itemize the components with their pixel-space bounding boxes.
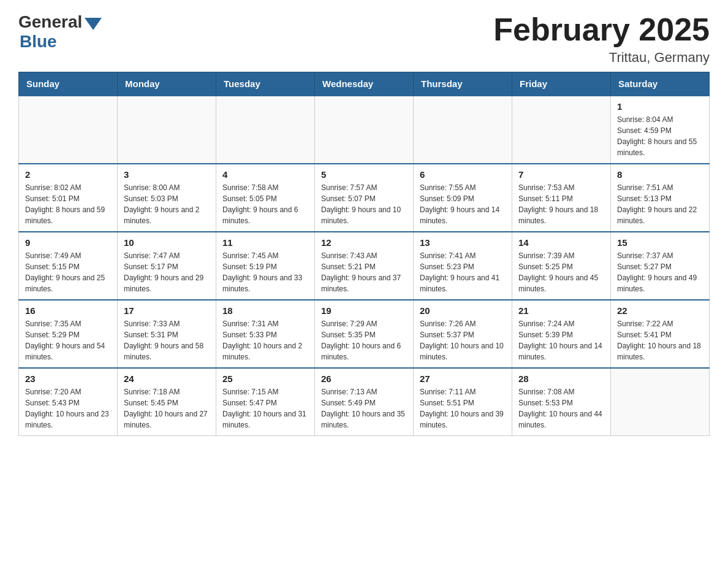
- day-info: Sunrise: 7:45 AM Sunset: 5:19 PM Dayligh…: [222, 250, 308, 294]
- day-number: 12: [321, 237, 407, 248]
- calendar-cell: 17Sunrise: 7:33 AM Sunset: 5:31 PM Dayli…: [118, 300, 216, 368]
- calendar-cell: 12Sunrise: 7:43 AM Sunset: 5:21 PM Dayli…: [315, 232, 414, 300]
- calendar-week-row-4: 16Sunrise: 7:35 AM Sunset: 5:29 PM Dayli…: [19, 300, 710, 368]
- day-number: 23: [25, 373, 111, 384]
- day-number: 1: [617, 101, 703, 112]
- day-info: Sunrise: 7:37 AM Sunset: 5:27 PM Dayligh…: [617, 250, 703, 294]
- day-info: Sunrise: 7:24 AM Sunset: 5:39 PM Dayligh…: [518, 318, 604, 362]
- day-number: 7: [518, 169, 604, 180]
- day-info: Sunrise: 7:51 AM Sunset: 5:13 PM Dayligh…: [617, 182, 703, 226]
- calendar-cell: 8Sunrise: 7:51 AM Sunset: 5:13 PM Daylig…: [611, 164, 710, 232]
- calendar-header-row: SundayMondayTuesdayWednesdayThursdayFrid…: [19, 72, 710, 96]
- calendar-cell: 4Sunrise: 7:58 AM Sunset: 5:05 PM Daylig…: [216, 164, 315, 232]
- day-info: Sunrise: 7:55 AM Sunset: 5:09 PM Dayligh…: [420, 182, 506, 226]
- calendar-week-row-2: 2Sunrise: 8:02 AM Sunset: 5:01 PM Daylig…: [19, 164, 710, 232]
- day-number: 9: [25, 237, 111, 248]
- calendar-header-wednesday: Wednesday: [315, 72, 414, 96]
- calendar-cell: 7Sunrise: 7:53 AM Sunset: 5:11 PM Daylig…: [512, 164, 611, 232]
- calendar-cell: 9Sunrise: 7:49 AM Sunset: 5:15 PM Daylig…: [19, 232, 118, 300]
- calendar-cell: 18Sunrise: 7:31 AM Sunset: 5:33 PM Dayli…: [216, 300, 315, 368]
- day-number: 20: [420, 305, 506, 316]
- calendar-cell: 3Sunrise: 8:00 AM Sunset: 5:03 PM Daylig…: [118, 164, 216, 232]
- day-number: 3: [124, 169, 210, 180]
- calendar-cell: 13Sunrise: 7:41 AM Sunset: 5:23 PM Dayli…: [414, 232, 512, 300]
- day-number: 16: [25, 305, 111, 316]
- calendar-cell: 22Sunrise: 7:22 AM Sunset: 5:41 PM Dayli…: [611, 300, 710, 368]
- page-header: General Blue February 2025 Trittau, Germ…: [18, 12, 710, 66]
- calendar-cell: [118, 96, 216, 164]
- day-info: Sunrise: 7:41 AM Sunset: 5:23 PM Dayligh…: [420, 250, 506, 294]
- calendar-header-sunday: Sunday: [19, 72, 118, 96]
- calendar-cell: 19Sunrise: 7:29 AM Sunset: 5:35 PM Dayli…: [315, 300, 414, 368]
- calendar-cell: 21Sunrise: 7:24 AM Sunset: 5:39 PM Dayli…: [512, 300, 611, 368]
- calendar-week-row-3: 9Sunrise: 7:49 AM Sunset: 5:15 PM Daylig…: [19, 232, 710, 300]
- day-number: 10: [124, 237, 210, 248]
- calendar-cell: [512, 96, 611, 164]
- logo-general-text: General: [18, 12, 82, 32]
- day-number: 22: [617, 305, 703, 316]
- day-number: 8: [617, 169, 703, 180]
- day-number: 28: [518, 373, 604, 384]
- calendar-cell: 5Sunrise: 7:57 AM Sunset: 5:07 PM Daylig…: [315, 164, 414, 232]
- calendar-table: SundayMondayTuesdayWednesdayThursdayFrid…: [18, 72, 710, 436]
- day-number: 18: [222, 305, 308, 316]
- title-section: February 2025 Trittau, Germany: [493, 12, 710, 66]
- calendar-cell: [315, 96, 414, 164]
- day-info: Sunrise: 7:13 AM Sunset: 5:49 PM Dayligh…: [321, 386, 407, 431]
- day-info: Sunrise: 7:26 AM Sunset: 5:37 PM Dayligh…: [420, 318, 506, 362]
- calendar-cell: [414, 96, 512, 164]
- day-info: Sunrise: 7:15 AM Sunset: 5:47 PM Dayligh…: [222, 386, 308, 431]
- day-info: Sunrise: 7:57 AM Sunset: 5:07 PM Dayligh…: [321, 182, 407, 226]
- day-number: 5: [321, 169, 407, 180]
- calendar-cell: 24Sunrise: 7:18 AM Sunset: 5:45 PM Dayli…: [118, 368, 216, 436]
- day-info: Sunrise: 7:53 AM Sunset: 5:11 PM Dayligh…: [518, 182, 604, 226]
- calendar-cell: 27Sunrise: 7:11 AM Sunset: 5:51 PM Dayli…: [414, 368, 512, 436]
- calendar-cell: 11Sunrise: 7:45 AM Sunset: 5:19 PM Dayli…: [216, 232, 315, 300]
- day-number: 4: [222, 169, 308, 180]
- calendar-cell: [19, 96, 118, 164]
- calendar-cell: 25Sunrise: 7:15 AM Sunset: 5:47 PM Dayli…: [216, 368, 315, 436]
- day-number: 27: [420, 373, 506, 384]
- logo: General Blue: [18, 12, 102, 52]
- calendar-cell: 20Sunrise: 7:26 AM Sunset: 5:37 PM Dayli…: [414, 300, 512, 368]
- calendar-cell: 14Sunrise: 7:39 AM Sunset: 5:25 PM Dayli…: [512, 232, 611, 300]
- calendar-header-saturday: Saturday: [611, 72, 710, 96]
- day-info: Sunrise: 8:02 AM Sunset: 5:01 PM Dayligh…: [25, 182, 111, 226]
- day-info: Sunrise: 7:31 AM Sunset: 5:33 PM Dayligh…: [222, 318, 308, 362]
- calendar-header-monday: Monday: [118, 72, 216, 96]
- calendar-cell: [216, 96, 315, 164]
- day-number: 25: [222, 373, 308, 384]
- day-number: 2: [25, 169, 111, 180]
- calendar-week-row-5: 23Sunrise: 7:20 AM Sunset: 5:43 PM Dayli…: [19, 368, 710, 436]
- day-number: 26: [321, 373, 407, 384]
- calendar-cell: [611, 368, 710, 436]
- day-number: 13: [420, 237, 506, 248]
- day-number: 11: [222, 237, 308, 248]
- calendar-cell: 28Sunrise: 7:08 AM Sunset: 5:53 PM Dayli…: [512, 368, 611, 436]
- day-number: 24: [124, 373, 210, 384]
- calendar-header-friday: Friday: [512, 72, 611, 96]
- logo-blue-text: Blue: [20, 32, 57, 52]
- calendar-cell: 23Sunrise: 7:20 AM Sunset: 5:43 PM Dayli…: [19, 368, 118, 436]
- calendar-cell: 10Sunrise: 7:47 AM Sunset: 5:17 PM Dayli…: [118, 232, 216, 300]
- day-number: 6: [420, 169, 506, 180]
- day-info: Sunrise: 8:04 AM Sunset: 4:59 PM Dayligh…: [617, 114, 703, 158]
- day-number: 19: [321, 305, 407, 316]
- day-number: 21: [518, 305, 604, 316]
- calendar-header-thursday: Thursday: [414, 72, 512, 96]
- calendar-week-row-1: 1Sunrise: 8:04 AM Sunset: 4:59 PM Daylig…: [19, 96, 710, 164]
- calendar-cell: 1Sunrise: 8:04 AM Sunset: 4:59 PM Daylig…: [611, 96, 710, 164]
- day-info: Sunrise: 7:20 AM Sunset: 5:43 PM Dayligh…: [25, 386, 111, 431]
- location: Trittau, Germany: [493, 50, 710, 66]
- calendar-cell: 26Sunrise: 7:13 AM Sunset: 5:49 PM Dayli…: [315, 368, 414, 436]
- calendar-cell: 15Sunrise: 7:37 AM Sunset: 5:27 PM Dayli…: [611, 232, 710, 300]
- day-number: 17: [124, 305, 210, 316]
- day-number: 15: [617, 237, 703, 248]
- calendar-cell: 2Sunrise: 8:02 AM Sunset: 5:01 PM Daylig…: [19, 164, 118, 232]
- day-info: Sunrise: 8:00 AM Sunset: 5:03 PM Dayligh…: [124, 182, 210, 226]
- calendar-cell: 16Sunrise: 7:35 AM Sunset: 5:29 PM Dayli…: [19, 300, 118, 368]
- month-title: February 2025: [493, 12, 710, 47]
- day-info: Sunrise: 7:43 AM Sunset: 5:21 PM Dayligh…: [321, 250, 407, 294]
- day-info: Sunrise: 7:58 AM Sunset: 5:05 PM Dayligh…: [222, 182, 308, 226]
- day-info: Sunrise: 7:33 AM Sunset: 5:31 PM Dayligh…: [124, 318, 210, 362]
